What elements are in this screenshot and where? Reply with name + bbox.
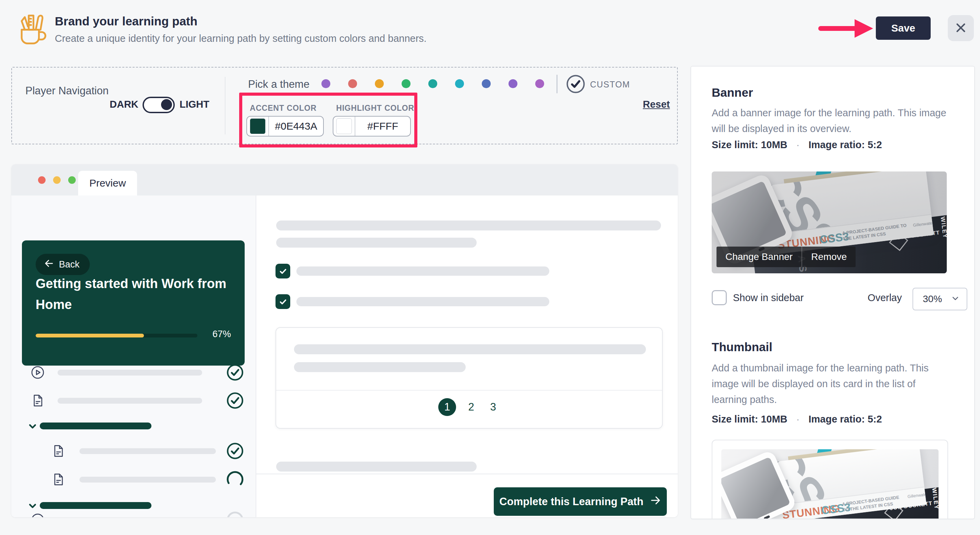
change-banner-button[interactable]: Change Banner [716, 247, 802, 267]
sidebar-lesson-row[interactable] [11, 364, 256, 382]
custom-theme-checkmark-icon[interactable] [566, 74, 585, 94]
light-label: LIGHT [180, 99, 209, 110]
dark-light-toggle[interactable] [143, 97, 175, 113]
skeleton-line [294, 344, 646, 354]
card-divider [276, 390, 662, 391]
complete-learning-path-button[interactable]: Complete this Learning Path [494, 487, 667, 516]
window-maximize-dot [68, 176, 76, 184]
theme-color-dot[interactable] [428, 79, 437, 88]
progress-ring-icon [226, 471, 244, 489]
close-icon [954, 21, 968, 36]
remove-banner-button[interactable]: Remove [802, 247, 856, 267]
overlay-value: 30% [923, 294, 942, 305]
course-title: Getting started with Work from Home [36, 273, 228, 315]
banner-thumbnail-panel: Banner Add a banner image for the learni… [690, 66, 975, 519]
check-circle-icon [226, 392, 244, 409]
reset-link[interactable]: Reset [643, 99, 670, 110]
theme-color-dot[interactable] [321, 79, 330, 88]
dark-label: DARK [110, 99, 138, 110]
skeleton-line [294, 362, 466, 372]
lesson-title-skeleton [57, 370, 202, 375]
banner-ratio: Image ratio: 5:2 [808, 139, 881, 150]
page-subtitle: Create a unique identity for your learni… [55, 33, 426, 44]
sidebar-lesson-row[interactable] [11, 442, 256, 460]
sidebar-lesson-row[interactable] [11, 392, 256, 409]
brand-learning-path-modal: Brand your learning path Create a unique… [0, 0, 980, 535]
highlight-color-value[interactable]: #FFFF [355, 120, 410, 132]
question-card: 123 [275, 327, 663, 429]
toggle-knob [161, 99, 172, 110]
document-icon [51, 472, 66, 487]
skeleton-line [276, 462, 477, 471]
lesson-title-skeleton [80, 448, 216, 454]
preview-sidebar: Back Getting started with Work from Home… [11, 195, 256, 517]
skeleton-line [276, 220, 661, 230]
pagination: 123 [276, 398, 662, 416]
document-icon [30, 393, 45, 408]
section-title-bar [40, 502, 151, 509]
tab-preview[interactable]: Preview [78, 171, 137, 195]
theme-color-dot[interactable] [348, 79, 357, 88]
theme-color-dot[interactable] [375, 79, 384, 88]
branding-pencil-cup-icon [13, 8, 51, 48]
checkbox-checked[interactable] [275, 294, 290, 309]
page-title: Brand your learning path [55, 14, 197, 28]
theme-color-dot[interactable] [482, 79, 491, 88]
theme-color-dot[interactable] [535, 79, 544, 88]
theme-color-dot[interactable] [455, 79, 464, 88]
dot-separator: · [796, 139, 800, 150]
show-in-sidebar-label: Show in sidebar [733, 292, 803, 303]
player-navigation-label: Player Navigation [25, 83, 111, 98]
theme-color-dot[interactable] [509, 79, 517, 88]
check-circle-icon [226, 364, 244, 382]
progress-percent: 67% [200, 329, 231, 340]
sidebar-section-row[interactable] [11, 417, 256, 435]
accent-color-input[interactable]: #0E443A [247, 116, 324, 136]
banner-image: JAVASCRIPT & JQUERY JON DUCKETT WILEY CS… [712, 171, 947, 273]
sidebar-lesson-row[interactable] [11, 471, 256, 489]
document-icon [51, 444, 66, 458]
save-button[interactable]: Save [876, 16, 931, 40]
accent-color-value[interactable]: #0E443A [269, 120, 323, 132]
page-number-3[interactable]: 3 [486, 401, 500, 413]
check-circle-icon [226, 442, 244, 460]
highlight-color-input[interactable]: #FFFF [333, 116, 411, 136]
footer-divider [256, 474, 678, 474]
close-button[interactable] [948, 15, 974, 41]
course-progress-bar [36, 334, 197, 337]
custom-theme-label[interactable]: CUSTOM [590, 80, 630, 89]
show-in-sidebar-checkbox[interactable] [712, 290, 727, 305]
banner-size-limit: Size limit: 10MB [712, 139, 788, 150]
thumbnail-card: JAVASCRIPT & JQUERY JON DUCKETT WILEY CS… [712, 440, 948, 519]
lesson-title-skeleton [57, 398, 202, 404]
thumbnail-constraints: Size limit: 10MB · Image ratio: 5:2 [712, 414, 882, 425]
sidebar-lesson-row[interactable] [11, 511, 256, 517]
arrow-left-icon [44, 258, 54, 271]
theme-color-dot[interactable] [402, 79, 410, 88]
banner-description: Add a banner image for the learning path… [712, 105, 948, 136]
page-number-1[interactable]: 1 [438, 398, 456, 416]
page-number-2[interactable]: 2 [464, 401, 478, 413]
play-icon [30, 365, 45, 380]
pick-theme-label: Pick a theme [248, 78, 309, 91]
progress-fill [36, 334, 144, 337]
dots-custom-divider [557, 75, 557, 93]
highlight-color-swatch[interactable] [336, 118, 352, 134]
skeleton-line [276, 238, 477, 248]
annotation-arrow [818, 18, 875, 39]
play-icon [30, 513, 45, 517]
banner-actions: Change Banner Remove [716, 247, 856, 267]
checkbox-checked[interactable] [275, 264, 290, 278]
accent-color-swatch[interactable] [250, 118, 266, 134]
chevron-down-icon[interactable] [27, 420, 42, 436]
preview-main-content: 123 Complete this Learning Path [256, 195, 678, 517]
overlay-select[interactable]: 30% [913, 288, 967, 310]
thumbnail-size-limit: Size limit: 10MB [712, 414, 788, 425]
thumbnail-section-title: Thumbnail [712, 340, 772, 354]
back-button[interactable]: Back [36, 254, 90, 275]
overlay-label: Overlay [851, 292, 902, 303]
thumbnail-ratio: Image ratio: 5:2 [808, 414, 881, 425]
dot-separator: · [796, 414, 800, 425]
theme-color-dots [321, 79, 544, 88]
accent-color-label: ACCENT COLOR [250, 104, 317, 113]
